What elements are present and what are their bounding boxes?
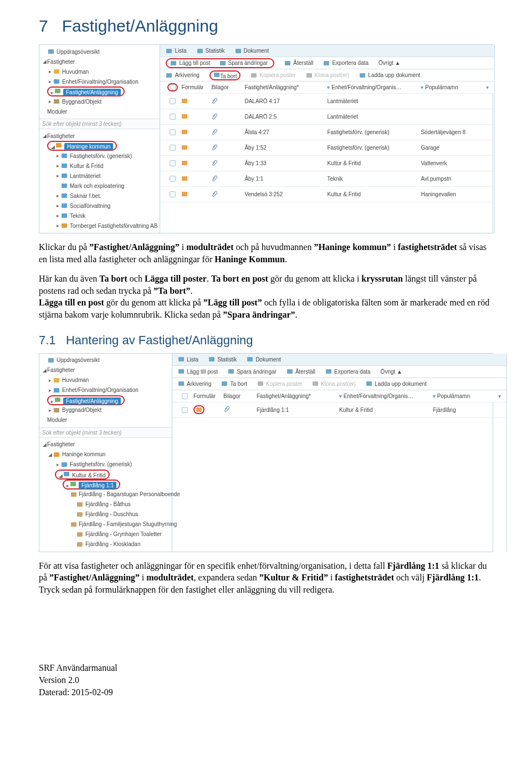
attachment-icon[interactable] [211, 113, 218, 120]
toolbar-btn[interactable]: Övrigt ▲ [381, 369, 402, 375]
tree-item[interactable]: ◢Fastigheter [39, 131, 160, 141]
row-checkbox[interactable] [170, 98, 176, 104]
attachment-icon[interactable] [211, 160, 218, 166]
tree-item[interactable]: Uppdragsöversikt [39, 355, 172, 365]
tree-item[interactable]: ◢Haninge kommun [39, 450, 172, 460]
tab-lista[interactable]: Lista [178, 356, 198, 363]
toolbar-btn[interactable]: Ta bort [221, 380, 247, 387]
tab-dokument[interactable]: Dokument [235, 48, 269, 54]
col-header[interactable]: Bilagor [223, 393, 254, 399]
row-checkbox[interactable] [170, 145, 176, 151]
tree-item[interactable]: ▸Fastighet/Anläggning [39, 395, 172, 405]
filter-icon[interactable]: ▾ [327, 84, 330, 90]
col-header[interactable]: ▾ Populärnamn [433, 393, 494, 399]
col-header[interactable]: Formulär [181, 84, 209, 90]
row-checkbox[interactable] [170, 191, 176, 197]
attachment-icon[interactable] [223, 406, 230, 412]
tab-dokument[interactable]: Dokument [247, 356, 281, 363]
expand-arrow-icon[interactable]: ◢ [42, 368, 47, 373]
toolbar-btn[interactable]: Lägg till post [170, 60, 210, 67]
tree-item[interactable]: ▸Fjärdlång 1:1 [39, 480, 172, 490]
attachment-icon[interactable] [211, 144, 218, 151]
expand-arrow-icon[interactable]: ◢ [42, 59, 47, 64]
expand-arrow-icon[interactable]: ▸ [47, 388, 53, 393]
col-header[interactable]: Fastighet/Anläggning* [244, 84, 325, 90]
table-row[interactable]: Vendelsö 3:252Kultur & FritidHaningevall… [160, 187, 494, 202]
toolbar-btn[interactable]: Arkivering [166, 72, 199, 79]
expand-arrow-icon[interactable]: ◢ [42, 133, 47, 139]
table-row[interactable]: Åby 1:52Fastighetsförv. (generisk)Garage [160, 140, 494, 156]
expand-arrow-icon[interactable]: ▸ [55, 203, 60, 208]
search-input[interactable]: Sök efter objekt (minst 3 tecken) [39, 427, 172, 438]
select-all-checkbox[interactable] [170, 84, 176, 90]
filter-icon[interactable]: ▾ [498, 393, 501, 399]
form-icon[interactable] [181, 113, 188, 120]
row-checkbox[interactable] [170, 129, 176, 135]
col-header[interactable]: Bilagor [211, 84, 242, 90]
tree-item[interactable]: ▸Tornberget Fastighetsförvaltning AB [39, 221, 160, 231]
tree-item[interactable]: ▸Kultur & Fritid [39, 161, 160, 171]
tree-item[interactable]: ◢Kultur & Fritid [39, 470, 172, 480]
expand-arrow-icon[interactable]: ◢ [42, 442, 47, 447]
toolbar-btn[interactable]: Lägg till post [178, 368, 218, 375]
attachment-icon[interactable] [211, 129, 218, 135]
filter-icon[interactable]: ▾ [339, 393, 342, 399]
form-icon[interactable] [181, 160, 188, 166]
tree-item[interactable]: ▸Fastighet/Anläggning [39, 86, 160, 96]
expand-arrow-icon[interactable]: ▸ [55, 462, 60, 467]
col-header[interactable]: ▾ Enhet/Förvaltning/Organis… [339, 393, 431, 399]
toolbar-btn[interactable]: Övrigt ▲ [378, 60, 400, 66]
select-all-checkbox[interactable] [182, 393, 188, 399]
expand-arrow-icon[interactable]: ▸ [47, 378, 53, 383]
toolbar-btn[interactable]: Spara ändringar [228, 368, 277, 375]
form-icon[interactable] [196, 406, 202, 413]
col-header[interactable]: ▾ Populärnamn [421, 84, 482, 90]
tree-item[interactable]: ▸Enhet/Förvaltning/Organisation [39, 77, 160, 86]
attachment-icon[interactable] [211, 191, 218, 197]
tree-item[interactable]: Fjärdlång - Bagarstugan Personalboende [39, 490, 172, 499]
filter-icon[interactable]: ▾ [433, 393, 436, 399]
tree-item[interactable]: ▸Lantmäteriet [39, 171, 160, 181]
expand-arrow-icon[interactable]: ▸ [47, 79, 53, 84]
form-icon[interactable] [181, 191, 188, 197]
form-icon[interactable] [181, 144, 188, 151]
table-row[interactable]: DALARÖ 4:17Lantmäteriet [160, 94, 494, 109]
form-icon[interactable] [181, 175, 188, 182]
expand-arrow-icon[interactable]: ▸ [47, 69, 53, 74]
toolbar-btn[interactable]: Återställ [287, 368, 315, 375]
tree-item[interactable]: ▸Huvudman [39, 67, 160, 77]
toolbar-btn[interactable]: Återställ [284, 60, 313, 67]
expand-arrow-icon[interactable]: ▸ [55, 193, 60, 198]
toolbar-btn[interactable]: Exportera data [325, 368, 371, 375]
tree-item[interactable]: ▸Saknar f.bet. [39, 191, 160, 201]
tree-item[interactable]: Mark och exploatering [39, 181, 160, 191]
tab-statistik[interactable]: Statistik [197, 48, 225, 54]
tree-item[interactable]: ◢Haninge kommun [39, 141, 160, 151]
tree-item[interactable]: ▸Fastighetsförv. (generisk) [39, 460, 172, 470]
toolbar-btn[interactable]: Ladda upp dokument [366, 380, 427, 387]
filter-icon[interactable]: ▾ [486, 84, 489, 90]
tree-item[interactable]: Fjärdlång - Kioskladan [39, 539, 172, 549]
tree-item[interactable]: ▸Byggnad/Objekt [39, 405, 172, 415]
row-checkbox[interactable] [170, 114, 176, 120]
tree-item[interactable]: Uppdragsöversikt [39, 47, 160, 57]
expand-arrow-icon[interactable]: ▸ [55, 173, 60, 179]
filter-icon[interactable]: ▾ [421, 84, 423, 90]
tree-item[interactable]: Fjärdlång - Grynhajen Toaletter [39, 529, 172, 539]
expand-arrow-icon[interactable]: ▸ [47, 99, 53, 104]
tab-lista[interactable]: Lista [166, 48, 186, 54]
toolbar-btn[interactable]: Arkivering [178, 380, 211, 387]
row-checkbox[interactable] [170, 160, 176, 166]
tree-item[interactable]: ◢Fastigheter [39, 365, 172, 375]
tree-item[interactable]: Moduler [39, 106, 160, 116]
row-checkbox[interactable] [170, 176, 176, 182]
tree-item[interactable]: ▸Huvudman [39, 375, 172, 385]
toolbar-btn[interactable]: Ta bort [209, 70, 241, 80]
expand-arrow-icon[interactable]: ◢ [59, 473, 63, 478]
expand-arrow-icon[interactable]: ▸ [55, 213, 60, 218]
tree-item[interactable]: Fjärdlång - Familjestugan Stuguthyrning [39, 519, 172, 529]
table-row[interactable]: Ålsta 4:27Fastighetsförv. (generisk)Söde… [160, 125, 494, 140]
toolbar-btn[interactable]: Spara ändringar [219, 60, 268, 67]
expand-arrow-icon[interactable]: ◢ [51, 144, 55, 150]
col-header[interactable]: Fastighet/Anläggning* [257, 393, 337, 399]
